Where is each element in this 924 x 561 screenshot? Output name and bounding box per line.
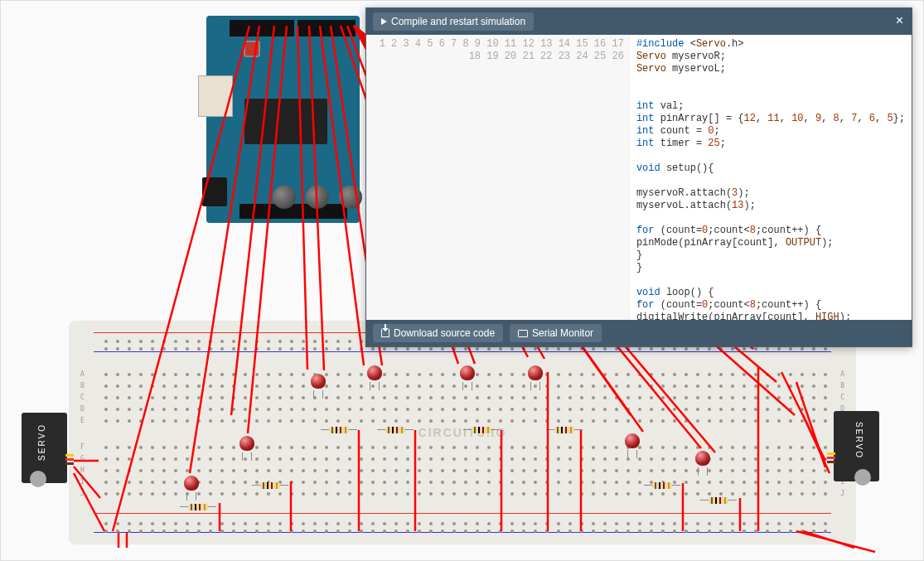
servo-horn: [854, 469, 871, 486]
resistor[interactable]: [465, 426, 498, 434]
row-label: I: [80, 478, 85, 486]
row-label: F: [80, 443, 85, 451]
serial-button-label: Serial Monitor: [532, 327, 593, 339]
servo-right-pins[interactable]: [827, 452, 835, 463]
row-label: C: [80, 394, 85, 401]
capacitors: [273, 186, 362, 209]
resistor[interactable]: [548, 426, 581, 434]
editor-header: Compile and restart simulation ×: [366, 8, 912, 35]
row-label: D: [80, 405, 85, 413]
usb-port: [198, 75, 233, 117]
row-label: J: [80, 490, 85, 497]
row-label: B: [80, 382, 85, 389]
serial-monitor-button[interactable]: Serial Monitor: [510, 324, 602, 342]
resistor[interactable]: [254, 481, 287, 490]
servo-right[interactable]: SERVO: [834, 411, 879, 481]
download-button[interactable]: Download source code: [373, 324, 503, 342]
servo-right-label: SERVO: [854, 422, 864, 459]
row-label: H: [80, 467, 85, 474]
servo-horn: [30, 471, 46, 487]
reset-button[interactable]: [244, 41, 260, 57]
power-jack: [202, 177, 227, 206]
download-button-label: Download source code: [394, 327, 495, 339]
monitor-icon: [518, 330, 528, 337]
code-area[interactable]: 1 2 3 4 5 6 7 8 9 10 11 12 13 14 15 16 1…: [366, 35, 912, 320]
servo-left-pins[interactable]: [65, 454, 74, 465]
atmega-chip: [244, 99, 327, 144]
arduino-board[interactable]: [206, 16, 360, 223]
row-label: J: [840, 490, 844, 497]
row-label: C: [840, 394, 844, 401]
row-label: E: [80, 417, 85, 424]
tie-points-lower[interactable]: [100, 442, 831, 500]
row-label: B: [840, 382, 844, 389]
led[interactable]: [184, 476, 199, 494]
play-icon: [381, 18, 387, 25]
servo-left[interactable]: SERVO: [22, 413, 67, 483]
compile-button[interactable]: Compile and restart simulation: [373, 12, 534, 31]
download-icon: [381, 329, 389, 337]
code-text[interactable]: #include <Servo.h> Servo myservoR; Servo…: [630, 35, 912, 320]
led[interactable]: [695, 451, 710, 469]
row-label: A: [840, 370, 844, 378]
digital-pins-header[interactable]: [298, 20, 356, 36]
row-label: A: [80, 370, 85, 378]
digital-pins-header-2[interactable]: [230, 20, 294, 36]
resistor[interactable]: [702, 496, 735, 505]
line-gutter: 1 2 3 4 5 6 7 8 9 10 11 12 13 14 15 16 1…: [366, 35, 630, 320]
code-editor-panel: Compile and restart simulation × 1 2 3 4…: [365, 7, 912, 347]
close-icon[interactable]: ×: [896, 13, 903, 28]
row-label: G: [80, 455, 85, 462]
led[interactable]: [367, 365, 382, 384]
resistor[interactable]: [322, 426, 356, 434]
servo-left-label: SERVO: [37, 423, 46, 461]
rail-holes-bottom[interactable]: [100, 518, 831, 533]
resistor[interactable]: [646, 481, 679, 490]
simulation-canvas[interactable]: CIRCUITS.IO AABBCCDDEEFFGGHHIIJJ SERVO S…: [0, 0, 924, 561]
editor-footer: Download source code Serial Monitor: [366, 320, 912, 346]
resistor[interactable]: [379, 426, 412, 434]
led[interactable]: [239, 436, 254, 454]
led[interactable]: [460, 365, 475, 384]
led[interactable]: [311, 374, 326, 392]
led[interactable]: [625, 433, 640, 452]
led[interactable]: [528, 365, 543, 384]
resistor[interactable]: [181, 503, 215, 511]
compile-button-label: Compile and restart simulation: [391, 16, 525, 27]
